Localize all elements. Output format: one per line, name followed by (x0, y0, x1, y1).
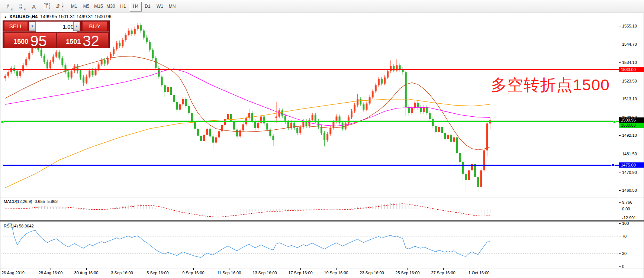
price-badge-1500.00: 1500.00 (619, 123, 644, 128)
time-label: 5 Sep 16:00 (146, 271, 168, 275)
candle-body (203, 135, 205, 141)
candle-body (281, 110, 283, 116)
time-label: 1 Oct 16:00 (468, 271, 490, 275)
candle-body (230, 114, 232, 122)
candle-body (387, 71, 389, 77)
candle-body (363, 104, 364, 110)
volume-decrease-button[interactable]: ▼ (29, 22, 36, 31)
candle-body (179, 104, 181, 110)
candle-body (336, 117, 338, 122)
ask-price-major: 1501 (66, 36, 81, 47)
candle-body (348, 117, 350, 123)
candle-body (125, 35, 127, 40)
price-tick-label: 1534.10 (622, 60, 637, 65)
level-1500-line-handle[interactable] (613, 120, 616, 123)
candle-body (477, 177, 479, 187)
symbol-label: XAUUSD-,H4 (9, 14, 38, 19)
candle-body (299, 127, 301, 133)
candle-body (411, 108, 413, 113)
candle-body (101, 60, 103, 65)
candle-body (474, 164, 476, 177)
candle-body (462, 162, 464, 174)
candle-body (480, 170, 482, 187)
candle-body (483, 151, 485, 171)
rsi-line (8, 223, 490, 258)
price-tick-label: 1513.10 (622, 97, 637, 101)
candle-body (486, 123, 488, 150)
candle-body (399, 65, 401, 69)
candle-body (206, 129, 208, 135)
level-1500-line-handle[interactable] (1, 120, 4, 123)
candle-body (468, 170, 470, 180)
ohlc-values: 1499.95 1501.31 1499.31 1500.96 (40, 14, 111, 19)
candle-body (4, 76, 6, 78)
candle-body (357, 99, 358, 105)
time-label: 25 Sep 16:00 (395, 271, 419, 275)
price-tick-label: 1492.10 (622, 133, 637, 138)
candle-body (131, 30, 133, 34)
candle-body (444, 133, 446, 139)
annotation-text: 多空转折点1500 (491, 74, 610, 96)
price-tick-label: 1460.50 (622, 188, 637, 193)
quote-panel-row: SELL ▼ ▲ BUY (3, 21, 109, 32)
candle-body (95, 70, 97, 75)
candle-body (242, 125, 244, 130)
candle-body (342, 123, 344, 129)
bid-price-tile[interactable]: 1500 95 (4, 33, 56, 48)
buy-button[interactable]: BUY (83, 22, 107, 31)
price-badge-1530.00: 1530.00 (619, 67, 644, 72)
level-1475-line-handle[interactable] (612, 164, 614, 167)
candle-body (161, 77, 163, 85)
time-label: 11 Sep 16:00 (217, 271, 241, 275)
candle-body (296, 128, 298, 133)
candle-body (227, 114, 229, 119)
candle-body (143, 30, 145, 38)
time-label: 3 Sep 16:00 (111, 271, 133, 275)
candle-body (390, 66, 392, 71)
candle-body (19, 71, 21, 76)
sell-button[interactable]: SELL (4, 22, 28, 31)
candle-body (372, 91, 374, 97)
candle-body (236, 130, 238, 137)
candle-body (185, 99, 187, 106)
rsi-tick-label: 30 (622, 251, 627, 256)
candle-body (375, 85, 377, 91)
candle-body (465, 174, 467, 180)
candle-body (351, 111, 352, 117)
candle-body (91, 71, 93, 75)
collapse-triangle-icon[interactable]: ▲ (4, 15, 7, 19)
candle-body (354, 105, 355, 111)
candle-body (176, 102, 178, 110)
price-badge-1500.96: 1500.96 (619, 117, 644, 123)
candle-body (435, 126, 437, 132)
candle-body (312, 115, 313, 120)
candle-body (88, 71, 90, 77)
candle-body (55, 52, 57, 57)
ask-price-tile[interactable]: 1501 32 (57, 33, 108, 48)
candle-body (113, 49, 115, 54)
volume-increase-button[interactable]: ▲ (73, 22, 80, 31)
rsi-tick-label: 70 (622, 234, 627, 239)
candle-body (52, 56, 54, 62)
quote-panel: SELL ▼ ▲ BUY 1500 95 1501 32 (3, 21, 109, 48)
price-tick-label: 1481.50 (622, 152, 637, 156)
time-label: 26 Aug 2019 (1, 271, 25, 275)
macd-tick-label: 9.766 (622, 200, 632, 204)
candle-body (86, 77, 87, 83)
candle-body (221, 125, 223, 131)
candle-body (321, 127, 322, 133)
candle-body (200, 136, 202, 141)
bid-price-minor: 95 (30, 35, 47, 47)
candle-body (381, 79, 383, 84)
candle-body (441, 127, 443, 133)
candle-body (61, 58, 63, 65)
candle-body (384, 77, 386, 83)
candle-body (44, 56, 45, 62)
volume-input[interactable] (36, 22, 77, 32)
rsi-tick-label: 100 (622, 221, 629, 226)
candle-body (276, 117, 277, 119)
candle-body (25, 59, 27, 65)
candle-body (119, 43, 120, 46)
candle-body (71, 71, 73, 77)
candle-body (68, 72, 70, 77)
